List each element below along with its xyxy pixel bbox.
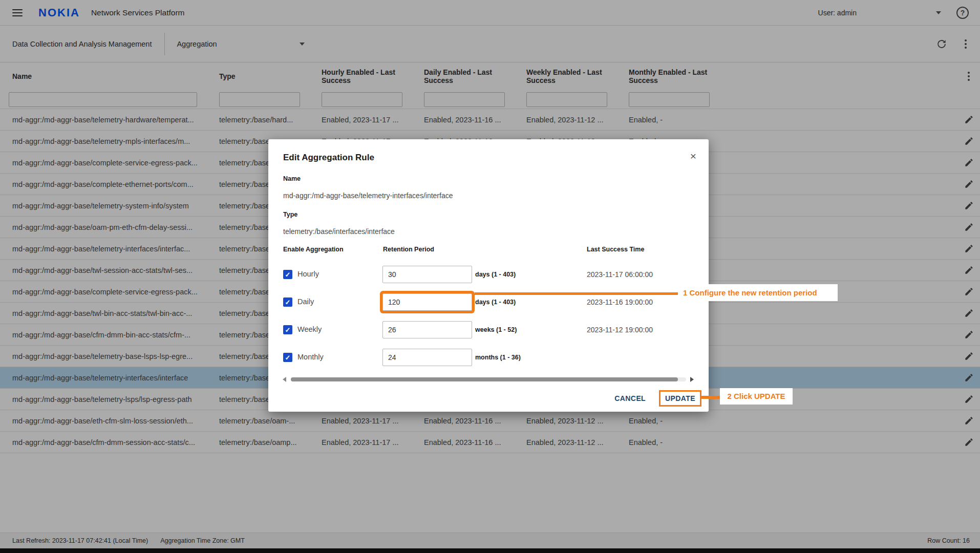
dialog-horizontal-scrollbar [268, 375, 709, 384]
retention-unit-label: days (1 - 403) [475, 271, 516, 278]
dialog-type-value: telemetry:/base/interfaces/interface [283, 227, 395, 236]
annotation-step1-label: 1 Configure the new retention period [678, 284, 838, 301]
dialog-name-value: md-aggr:/md-aggr-base/telemetry-interfac… [283, 192, 453, 200]
dialog-name-label: Name [283, 175, 301, 182]
dialog-col-retention-period: Retention Period [383, 246, 434, 253]
aggregation-label: Monthly [297, 353, 324, 361]
update-button[interactable]: UPDATE [659, 390, 701, 407]
aggregation-row: ✓ Monthly months (1 - 36) [268, 347, 709, 368]
retention-unit-label: days (1 - 403) [475, 299, 516, 306]
aggregation-checkbox[interactable]: ✓ [283, 325, 292, 334]
scroll-left-arrow-icon[interactable] [283, 377, 286, 382]
aggregation-checkbox[interactable]: ✓ [283, 297, 292, 307]
edit-aggregation-rule-dialog: Edit Aggregation Rule × Name md-aggr:/md… [268, 139, 709, 412]
retention-period-input[interactable] [382, 293, 472, 311]
aggregation-checkbox[interactable]: ✓ [283, 353, 292, 362]
annotation-step1-connector [475, 292, 679, 295]
retention-period-input[interactable] [382, 349, 472, 366]
dialog-col-last-success-time: Last Success Time [587, 246, 644, 253]
aggregation-row: ✓ Hourly days (1 - 403) 2023-11-17 06:00… [268, 264, 709, 285]
last-success-time-value: 2023-11-16 19:00:00 [587, 298, 653, 306]
annotation-step2-connector [701, 396, 720, 399]
aggregation-label: Weekly [297, 325, 322, 333]
retention-unit-label: weeks (1 - 52) [475, 326, 517, 333]
dialog-type-label: Type [283, 211, 297, 218]
last-success-time-value: 2023-11-12 19:00:00 [587, 326, 653, 334]
close-icon[interactable]: × [690, 151, 696, 161]
retention-unit-label: months (1 - 36) [475, 354, 521, 361]
aggregation-label: Daily [297, 297, 314, 306]
retention-period-input[interactable] [382, 321, 472, 338]
scrollbar-track[interactable] [291, 377, 686, 381]
scrollbar-thumb[interactable] [291, 377, 678, 381]
retention-period-input[interactable] [382, 266, 472, 283]
aggregation-label: Hourly [297, 270, 319, 278]
aggregation-checkbox[interactable]: ✓ [283, 270, 292, 279]
cancel-button[interactable]: CANCEL [614, 394, 646, 402]
last-success-time-value: 2023-11-17 06:00:00 [587, 270, 653, 279]
dialog-col-enable-aggregation: Enable Aggregation [283, 246, 344, 253]
dialog-title: Edit Aggregation Rule [283, 153, 374, 163]
aggregation-row: ✓ Weekly weeks (1 - 52) 2023-11-12 19:00… [268, 319, 709, 341]
annotation-step2-label: 2 Click UPDATE [720, 388, 793, 405]
scroll-right-arrow-icon[interactable] [690, 377, 694, 382]
